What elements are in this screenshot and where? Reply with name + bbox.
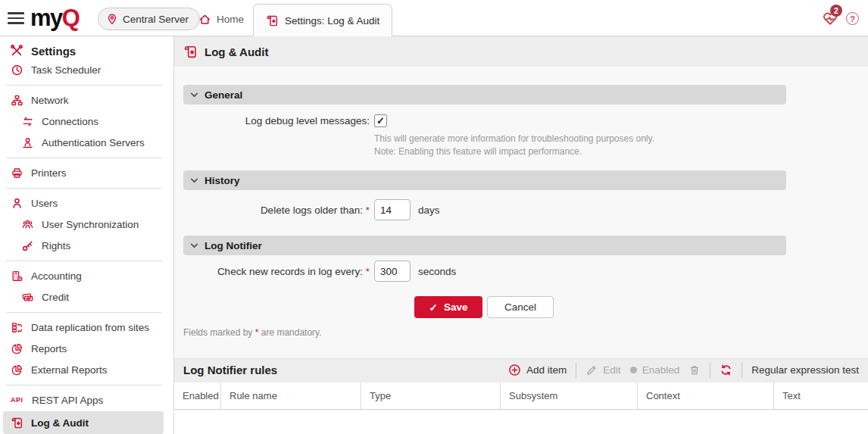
settings-sidebar: Settings Task Scheduler Network Connecti… <box>0 36 174 434</box>
sidebar-item-external-reports[interactable]: External Reports <box>0 359 173 380</box>
alert-count-badge: 2 <box>830 5 842 17</box>
divider <box>6 85 162 86</box>
column-header-rule-name[interactable]: Rule name <box>220 382 361 409</box>
edit-button[interactable]: Edit <box>585 364 620 376</box>
banknotes-icon <box>21 291 34 304</box>
section-header-general[interactable]: General <box>183 85 786 105</box>
network-icon <box>11 94 23 107</box>
column-header-text[interactable]: Text <box>773 382 868 409</box>
regex-test-button[interactable]: Regular expression test <box>751 364 859 376</box>
calculator-icon <box>11 270 23 283</box>
swap-arrows-icon <box>21 115 34 128</box>
add-item-button[interactable]: Add item <box>508 364 567 376</box>
log-scroll-icon <box>266 14 279 27</box>
tab-home[interactable]: Home <box>198 8 244 30</box>
rules-table-header: Enabled Rule name Type Subsystem Context… <box>174 382 868 410</box>
system-health-button[interactable]: 2 <box>822 10 841 30</box>
chevron-down-icon <box>190 242 198 250</box>
debug-messages-label: Log debug level messages: <box>183 115 370 126</box>
home-icon <box>198 13 211 26</box>
settings-tools-icon <box>10 44 23 58</box>
pencil-icon <box>585 364 598 376</box>
section-header-log-notifier[interactable]: Log Notifier <box>183 236 786 255</box>
user-icon <box>11 197 23 210</box>
rules-panel-title: Log Notifier rules <box>174 364 508 376</box>
divider <box>6 261 162 261</box>
divider <box>6 312 162 313</box>
chevron-down-icon <box>190 176 198 185</box>
delete-logs-label: Delete logs older than: * <box>183 205 370 216</box>
toolbar-separator <box>576 363 576 378</box>
check-seconds-input[interactable] <box>374 261 411 282</box>
sidebar-item-data-replication[interactable]: Data replication from sites <box>0 317 173 338</box>
rules-table-body <box>174 410 868 434</box>
sidebar-item-printers[interactable]: Printers <box>0 162 173 183</box>
log-scroll-icon <box>11 417 23 429</box>
cancel-button[interactable]: Cancel <box>487 296 554 318</box>
sidebar-item-log-audit[interactable]: Log & Audit <box>3 411 164 434</box>
mandatory-note: Fields marked by * are mandatory. <box>183 327 322 338</box>
home-label: Home <box>217 14 244 25</box>
toolbar-separator <box>742 363 742 378</box>
rules-toolbar: Add item Edit Enabled <box>508 363 868 378</box>
top-bar: myQ Central Server Home Settings: Log & … <box>0 0 868 36</box>
sidebar-item-reports[interactable]: Reports <box>0 338 173 359</box>
menu-icon[interactable] <box>8 12 24 24</box>
plus-circle-icon <box>508 364 521 376</box>
sidebar-item-accounting[interactable]: Accounting <box>0 265 173 286</box>
seconds-unit-label: seconds <box>418 266 456 277</box>
days-unit-label: days <box>418 205 440 216</box>
key-icon <box>21 239 34 252</box>
refresh-icon <box>720 364 732 376</box>
delete-button[interactable] <box>688 364 701 376</box>
sidebar-item-credit[interactable]: Credit <box>0 286 173 308</box>
column-header-subsystem[interactable]: Subsystem <box>500 382 637 409</box>
page-title: Log & Audit <box>205 45 268 58</box>
sidebar-item-connections[interactable]: Connections <box>0 111 173 132</box>
sidebar-item-task-scheduler[interactable]: Task Scheduler <box>0 65 173 80</box>
column-header-enabled[interactable]: Enabled <box>174 382 220 409</box>
debug-help-line2: Note: Enabling this feature will impact … <box>374 146 582 157</box>
divider <box>6 188 162 189</box>
column-header-type[interactable]: Type <box>361 382 500 409</box>
pie-chart-icon <box>11 364 23 376</box>
auth-person-icon <box>21 136 34 149</box>
column-header-context[interactable]: Context <box>637 382 773 409</box>
user-group-icon <box>21 218 34 231</box>
delete-days-input[interactable] <box>374 199 411 220</box>
page-title-bar: Log & Audit <box>174 36 868 67</box>
trash-icon <box>688 364 701 376</box>
log-scroll-icon <box>183 45 198 59</box>
sidebar-item-network[interactable]: Network <box>0 89 173 111</box>
replication-icon <box>11 321 23 334</box>
check-icon: ✓ <box>429 301 438 314</box>
status-dot-icon <box>630 367 637 373</box>
settings-form: General Log debug level messages: ✓ This… <box>174 67 868 434</box>
printer-icon <box>11 167 23 180</box>
tab-settings-log-audit[interactable]: Settings: Log & Audit <box>253 4 392 36</box>
section-header-history[interactable]: History <box>183 170 786 190</box>
main-panel: Log & Audit General Log debug level mess… <box>174 36 868 434</box>
debug-help-line1: This will generate more information for … <box>374 133 654 144</box>
clock-icon <box>11 65 23 76</box>
divider <box>6 158 162 158</box>
check-records-label: Check new records in log every: * <box>183 266 370 277</box>
server-label: Central Server <box>123 14 189 25</box>
enabled-toggle-button[interactable]: Enabled <box>630 364 680 376</box>
sidebar-item-rights[interactable]: Rights <box>0 235 173 256</box>
pie-chart-icon <box>11 342 23 355</box>
sidebar-item-rest-api-apps[interactable]: API REST API Apps <box>0 389 173 411</box>
sidebar-list: Task Scheduler Network Connections Authe… <box>0 65 173 434</box>
api-icon: API <box>11 396 24 404</box>
save-button[interactable]: ✓ Save <box>414 296 482 318</box>
sidebar-item-authentication-servers[interactable]: Authentication Servers <box>0 132 173 153</box>
refresh-button[interactable] <box>720 364 732 376</box>
sidebar-item-users[interactable]: Users <box>0 192 173 214</box>
active-tab-label: Settings: Log & Audit <box>285 15 379 27</box>
help-icon[interactable]: ? <box>846 12 859 25</box>
sidebar-item-user-synchronization[interactable]: User Synchronization <box>0 214 173 235</box>
server-selector-button[interactable]: Central Server <box>98 8 200 30</box>
chevron-down-icon <box>190 91 198 99</box>
debug-messages-checkbox[interactable]: ✓ <box>374 114 387 127</box>
rules-panel-header: Log Notifier rules Add item Edit Enabled <box>174 358 868 382</box>
